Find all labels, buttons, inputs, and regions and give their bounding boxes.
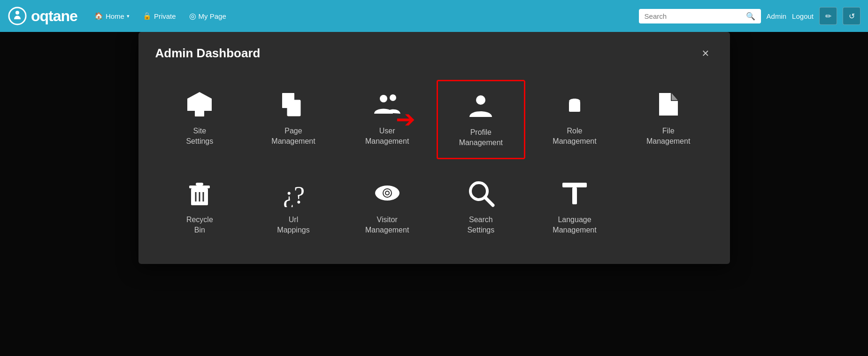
svg-point-1 bbox=[15, 11, 19, 15]
admin-item-recycle-bin[interactable]: RecycleBin bbox=[155, 169, 245, 245]
search-settings-icon bbox=[467, 178, 495, 208]
recycle-bin-icon bbox=[185, 178, 214, 208]
language-management-label: LanguageManagement bbox=[553, 215, 596, 236]
svg-rect-15 bbox=[189, 186, 210, 188]
admin-item-profile-management[interactable]: ➔ ProfileManagement bbox=[437, 80, 526, 159]
svg-rect-29 bbox=[572, 187, 577, 204]
brand-logo[interactable]: oqtane bbox=[8, 6, 77, 26]
modal-header: Admin Dashboard × bbox=[155, 45, 713, 61]
site-settings-icon bbox=[185, 89, 214, 119]
svg-rect-28 bbox=[562, 183, 587, 187]
home-nav-icon: 🏠 bbox=[94, 12, 103, 20]
oqtane-logo-icon bbox=[8, 6, 27, 26]
role-management-icon bbox=[561, 89, 589, 119]
svg-line-27 bbox=[485, 197, 493, 205]
nav-private[interactable]: 🔒 Private bbox=[137, 9, 182, 23]
admin-item-language-management[interactable]: LanguageManagement bbox=[530, 169, 619, 245]
svg-rect-12 bbox=[574, 107, 576, 110]
search-button[interactable]: 🔍 bbox=[746, 12, 755, 21]
url-mappings-icon: ¿? bbox=[279, 178, 307, 208]
svg-point-7 bbox=[380, 95, 387, 102]
nav-mypage[interactable]: ◎ My Page bbox=[184, 8, 232, 24]
search-settings-label: SearchSettings bbox=[467, 215, 494, 236]
file-management-label: FileManagement bbox=[646, 126, 690, 147]
page-management-label: PageManagement bbox=[271, 126, 315, 147]
nav-home[interactable]: 🏠 Home ▾ bbox=[89, 9, 135, 23]
svg-rect-2 bbox=[195, 105, 204, 116]
modal-title: Admin Dashboard bbox=[155, 46, 261, 61]
edit-button[interactable]: ✏ bbox=[819, 7, 837, 25]
mypage-nav-icon: ◎ bbox=[189, 11, 196, 21]
dropdown-arrow-icon: ▾ bbox=[127, 13, 130, 19]
user-icon: ↺ bbox=[849, 12, 855, 21]
svg-rect-6 bbox=[288, 101, 300, 116]
admin-item-page-management[interactable]: PageManagement bbox=[249, 80, 338, 159]
user-management-label: UserManagement bbox=[365, 126, 409, 147]
admin-item-search-settings[interactable]: SearchSettings bbox=[437, 169, 526, 245]
site-settings-label: SiteSettings bbox=[186, 126, 213, 147]
logout-button[interactable]: Logout bbox=[792, 12, 814, 20]
search-input[interactable] bbox=[645, 12, 742, 20]
profile-management-icon bbox=[467, 91, 495, 121]
language-management-icon bbox=[561, 178, 589, 208]
admin-item-file-management[interactable]: FileManagement bbox=[624, 80, 713, 159]
svg-text:¿?: ¿? bbox=[283, 182, 305, 207]
brand-name: oqtane bbox=[31, 8, 77, 25]
admin-item-site-settings[interactable]: SiteSettings bbox=[155, 80, 245, 159]
profile-management-label: ProfileManagement bbox=[459, 127, 503, 148]
file-management-icon bbox=[654, 89, 683, 119]
nav-links: 🏠 Home ▾ 🔒 Private ◎ My Page bbox=[89, 8, 639, 24]
svg-marker-13 bbox=[671, 93, 678, 101]
admin-grid: SiteSettings PageManagement bbox=[155, 80, 713, 245]
admin-username: Admin bbox=[767, 12, 787, 20]
admin-item-visitor-management[interactable]: VisitorManagement bbox=[343, 169, 432, 245]
visitor-management-icon bbox=[373, 178, 401, 208]
admin-item-user-management[interactable]: UserManagement bbox=[343, 80, 432, 159]
user-profile-button[interactable]: ↺ bbox=[843, 7, 860, 25]
lock-nav-icon: 🔒 bbox=[143, 12, 152, 20]
admin-item-role-management[interactable]: RoleManagement bbox=[530, 80, 619, 159]
search-box: 🔍 bbox=[639, 9, 761, 23]
svg-rect-3 bbox=[197, 100, 202, 104]
svg-point-8 bbox=[390, 94, 396, 101]
visitor-management-label: VisitorManagement bbox=[365, 215, 409, 236]
role-management-label: RoleManagement bbox=[553, 126, 596, 147]
url-mappings-label: UrlMappings bbox=[277, 215, 309, 236]
svg-point-25 bbox=[386, 192, 389, 194]
admin-item-url-mappings[interactable]: ¿? UrlMappings bbox=[249, 169, 338, 245]
navbar: oqtane 🏠 Home ▾ 🔒 Private ◎ My Page 🔍 Ad… bbox=[0, 0, 868, 32]
user-management-icon bbox=[373, 89, 401, 119]
svg-point-9 bbox=[476, 95, 485, 105]
admin-dashboard-modal: Admin Dashboard × SiteSettings bbox=[138, 32, 730, 264]
svg-rect-16 bbox=[196, 183, 203, 186]
nav-right: 🔍 Admin Logout ✏ ↺ bbox=[639, 7, 860, 25]
modal-close-button[interactable]: × bbox=[698, 45, 713, 61]
edit-icon: ✏ bbox=[825, 12, 831, 21]
page-management-icon bbox=[279, 89, 307, 119]
recycle-bin-label: RecycleBin bbox=[186, 215, 213, 236]
